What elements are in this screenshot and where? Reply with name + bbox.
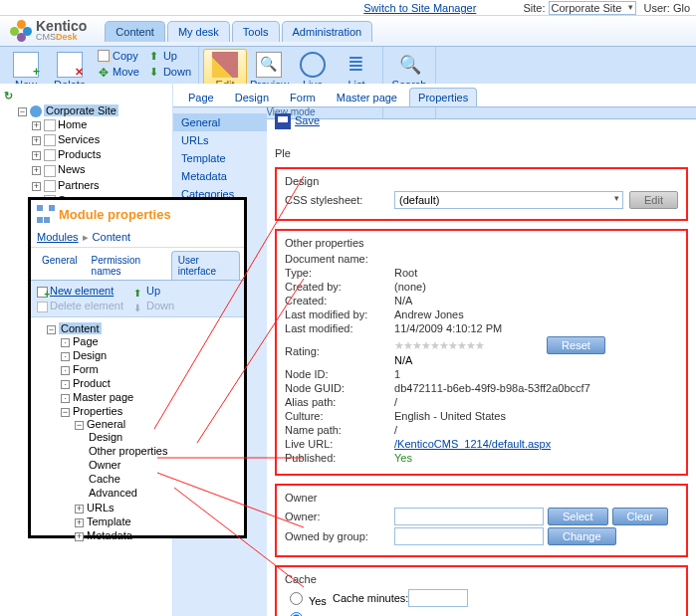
prop-label: Created: — [285, 295, 394, 307]
prop-label: Last modified by: — [285, 308, 394, 320]
cache-min-input[interactable] — [408, 589, 468, 607]
tree-toggle[interactable]: − — [75, 421, 84, 430]
owner-select-button[interactable]: Select — [548, 508, 608, 525]
section-owner: Owner Owner:SelectClear Owned by group:C… — [275, 484, 688, 557]
tree-toggle[interactable]: − — [47, 325, 56, 334]
prop-value: / — [394, 424, 397, 436]
ov-up-link[interactable]: Up — [133, 285, 174, 298]
tab-mydesk[interactable]: My desk — [167, 21, 230, 42]
document-icon — [44, 180, 56, 192]
copy-button[interactable]: Copy — [95, 49, 142, 63]
document-icon — [44, 119, 56, 131]
tree-item[interactable]: News — [58, 163, 86, 175]
rating-reset-button[interactable]: Reset — [547, 336, 605, 354]
brand-name: Kentico — [36, 21, 87, 31]
prop-label: Name path: — [285, 424, 394, 436]
ovtab-general[interactable]: General — [35, 251, 85, 280]
tree-item[interactable]: Home — [58, 118, 87, 130]
tree-expand[interactable]: + — [32, 182, 41, 191]
subnav-general[interactable]: General — [173, 113, 267, 131]
new-element-link[interactable]: New element — [37, 285, 123, 298]
tree-toggle[interactable]: − — [61, 408, 70, 417]
cache-no[interactable]: No — [285, 609, 323, 616]
rating-label: Rating: — [285, 345, 394, 357]
tree-item[interactable]: Partners — [58, 179, 100, 191]
new-element-icon — [37, 287, 48, 298]
tree-item[interactable]: Template — [87, 515, 131, 527]
tree-item[interactable]: Master page — [73, 391, 133, 403]
subnav-urls[interactable]: URLs — [173, 131, 267, 149]
css-select[interactable]: (default) — [394, 191, 623, 209]
owner-input[interactable] — [394, 508, 544, 525]
tree-item[interactable]: Advanced — [89, 487, 137, 499]
tree-expand[interactable]: + — [32, 151, 41, 160]
prop-label: Document name: — [285, 253, 394, 265]
up-button[interactable]: Up — [145, 49, 194, 63]
tree-item[interactable]: Form — [73, 363, 99, 375]
tree-item[interactable]: Other properties — [89, 445, 167, 457]
tree-item[interactable]: Page — [73, 335, 99, 347]
ovtab-ui[interactable]: User interface — [171, 251, 240, 280]
tree-expand[interactable]: + — [32, 136, 41, 145]
prop-label: Created by: — [285, 281, 394, 293]
move-button[interactable]: Move — [95, 65, 142, 79]
tree-root[interactable]: Corporate Site — [44, 104, 118, 116]
switch-site-manager-link[interactable]: Switch to Site Manager — [363, 2, 476, 14]
owner-group-input[interactable] — [394, 527, 544, 545]
liveurl-link[interactable]: /KenticoCMS_1214/default.aspx — [394, 438, 551, 450]
tree-properties[interactable]: Properties — [73, 405, 122, 417]
tree-item[interactable]: Design — [89, 431, 122, 443]
tab-content[interactable]: Content — [105, 21, 165, 42]
delete-icon — [57, 52, 83, 78]
tab-design[interactable]: Design — [226, 88, 278, 106]
owner-clear-button[interactable]: Clear — [612, 508, 668, 525]
css-edit-button[interactable]: Edit — [629, 191, 678, 209]
tab-admin[interactable]: Administration — [282, 21, 373, 42]
tree-item[interactable]: Design — [73, 349, 107, 361]
subnav-template[interactable]: Template — [173, 149, 267, 167]
tab-form[interactable]: Form — [281, 88, 325, 106]
site-selector[interactable]: Corporate Site — [549, 1, 637, 15]
tab-masterpage[interactable]: Master page — [328, 88, 406, 106]
brand-sub2: Desk — [56, 32, 78, 42]
top-bar: Switch to Site Manager Site: Corporate S… — [0, 0, 696, 16]
owner-change-button[interactable]: Change — [548, 527, 616, 545]
section-design: Design CSS stylesheet: (default) Edit — [275, 167, 688, 221]
tree-content[interactable]: Content — [59, 322, 102, 334]
section-other: Other properties Document name:Type:Root… — [275, 229, 688, 476]
prop-value: N/A — [394, 295, 412, 307]
tree-item[interactable]: Product — [73, 377, 111, 389]
tree-item[interactable]: URLs — [87, 502, 115, 513]
tab-page[interactable]: Page — [179, 88, 223, 106]
tree-collapse[interactable]: − — [18, 107, 27, 116]
refresh-icon[interactable] — [4, 90, 18, 103]
tree-item[interactable]: Metadata — [87, 529, 132, 541]
tree-leaf: · — [61, 380, 70, 389]
module-properties-panel: Module properties Modules▸Content Genera… — [28, 197, 247, 538]
tree-general[interactable]: General — [87, 418, 125, 430]
save-link[interactable]: Save — [295, 114, 320, 126]
prop-value: Andrew Jones — [394, 308, 464, 320]
prop-value: / — [394, 396, 397, 408]
tree-expand[interactable]: + — [75, 518, 84, 527]
tree-expand[interactable]: + — [32, 166, 41, 175]
tab-tools[interactable]: Tools — [232, 21, 280, 42]
prop-label: Node GUID: — [285, 382, 394, 394]
subnav-metadata[interactable]: Metadata — [173, 167, 267, 185]
tree-expand[interactable]: + — [32, 121, 41, 130]
bc-modules[interactable]: Modules — [37, 231, 79, 243]
tree-item[interactable]: Products — [58, 148, 101, 160]
bc-content: Content — [93, 231, 131, 243]
ovtab-permissions[interactable]: Permission names — [85, 251, 171, 280]
tab-properties[interactable]: Properties — [409, 88, 477, 106]
tree-item[interactable]: Owner — [89, 459, 120, 471]
tree-item[interactable]: Cache — [89, 473, 120, 485]
down-button[interactable]: Down — [145, 65, 194, 79]
tree-expand[interactable]: + — [75, 532, 84, 541]
cache-yes[interactable]: Yes — [285, 589, 327, 607]
tree-leaf: · — [61, 366, 70, 375]
prop-value: Root — [394, 267, 417, 279]
tree-item[interactable]: Services — [58, 133, 100, 145]
copy-icon — [98, 50, 110, 62]
tree-expand[interactable]: + — [75, 505, 84, 513]
